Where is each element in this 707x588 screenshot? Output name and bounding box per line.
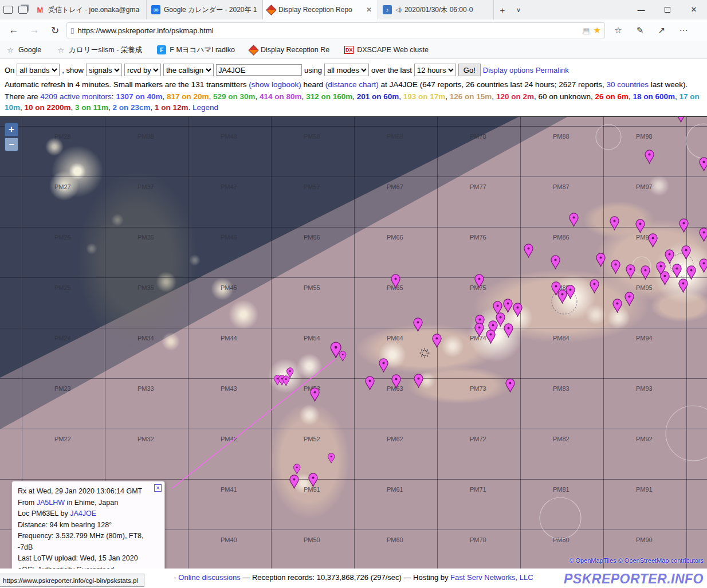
signal-marker[interactable] xyxy=(308,473,319,487)
tab-list-chevron-icon[interactable]: ∨ xyxy=(511,0,526,19)
favorites-hub-icon[interactable]: ☆ xyxy=(607,22,629,39)
favorites-bar-item[interactable]: FF MヨコハマI radiko xyxy=(157,45,235,55)
signal-marker[interactable] xyxy=(686,265,697,280)
text-link[interactable]: JA4JOE xyxy=(70,509,96,518)
monitored-station-icon[interactable] xyxy=(419,348,430,358)
period-select[interactable]: 12 hours xyxy=(414,64,456,76)
browser-tab[interactable]: Display Reception Repo✕ xyxy=(262,0,378,19)
favorites-bar-item[interactable]: DXDXSCAPE Web cluste xyxy=(344,46,429,54)
signal-marker[interactable] xyxy=(640,265,651,280)
text-link[interactable]: Fast Serv Networks, LLC xyxy=(450,573,533,582)
text-link[interactable]: (distance chart) xyxy=(325,80,379,89)
callsign-input[interactable] xyxy=(216,64,302,76)
url-text[interactable]: https://www.pskreporter.info/pskmap.html xyxy=(78,26,580,35)
signal-marker[interactable] xyxy=(327,453,335,464)
favorites-bar-item[interactable]: ☆カロリーslism - 栄養成 xyxy=(56,45,142,55)
signal-marker[interactable] xyxy=(609,216,620,230)
signal-marker[interactable] xyxy=(293,464,301,475)
display-options-link[interactable]: Display options xyxy=(483,66,533,75)
signal-marker[interactable] xyxy=(413,317,423,332)
text-link[interactable]: (show logbook) xyxy=(249,80,301,89)
signal-marker[interactable] xyxy=(474,274,485,288)
popup-close-icon[interactable]: × xyxy=(154,484,162,492)
forward-icon[interactable]: → xyxy=(25,22,44,39)
signal-marker[interactable] xyxy=(698,258,707,273)
signal-marker[interactable] xyxy=(612,299,623,313)
signal-marker[interactable] xyxy=(503,323,514,338)
signal-marker[interactable] xyxy=(431,334,442,348)
signal-marker[interactable] xyxy=(364,376,375,390)
text-link[interactable]: 4209 active monitors xyxy=(40,92,112,101)
tab-audio-icon[interactable]: ◁)) xyxy=(395,7,401,13)
favorites-bar-item[interactable]: ☆Google xyxy=(6,45,41,54)
signal-marker[interactable] xyxy=(595,253,606,267)
signal-marker[interactable] xyxy=(635,219,646,233)
tab-preview-icon[interactable] xyxy=(18,6,28,14)
band-select[interactable]: all bands xyxy=(17,64,60,76)
text-link[interactable]: © OpenStreetMap contributors xyxy=(618,557,704,564)
signal-marker[interactable] xyxy=(698,228,707,242)
signal-marker[interactable] xyxy=(557,289,568,304)
go-button[interactable]: Go! xyxy=(458,64,481,76)
signal-marker[interactable] xyxy=(474,323,485,337)
signal-marker[interactable] xyxy=(391,374,402,389)
signal-marker[interactable] xyxy=(625,264,636,279)
browser-tab[interactable]: ♪◁))2020/01/30/木 06:00-0 xyxy=(378,0,494,19)
tab-close-icon[interactable]: ✕ xyxy=(365,6,373,14)
signal-marker[interactable] xyxy=(644,150,655,164)
signal-marker[interactable] xyxy=(678,218,689,233)
signal-marker[interactable] xyxy=(610,260,621,274)
zoom-out-button[interactable]: − xyxy=(5,138,18,151)
signal-marker[interactable] xyxy=(413,374,424,388)
signal-marker[interactable] xyxy=(698,157,707,171)
signal-marker[interactable] xyxy=(523,244,534,258)
more-options-icon[interactable]: ⋯ xyxy=(673,22,694,39)
signal-marker[interactable] xyxy=(378,358,389,373)
text-link[interactable]: 30 countries xyxy=(607,80,649,89)
browser-tab[interactable]: M受信トレイ - joe.onaka@gma xyxy=(31,0,147,19)
callsign-mode-select[interactable]: the callsign xyxy=(163,64,214,76)
set-tabs-aside-icon[interactable] xyxy=(3,6,13,14)
signal-marker[interactable] xyxy=(624,292,635,306)
permalink-link[interactable]: Permalink xyxy=(536,66,569,75)
rcvd-by-select[interactable]: rcvd by xyxy=(124,64,161,76)
signal-marker[interactable] xyxy=(675,116,686,123)
signal-marker[interactable] xyxy=(485,330,496,344)
zoom-in-button[interactable]: + xyxy=(5,123,18,136)
signal-marker[interactable] xyxy=(550,255,561,269)
signal-marker[interactable] xyxy=(339,351,347,362)
text-link[interactable]: JA5LHW xyxy=(37,499,65,507)
text-link[interactable]: Legend xyxy=(193,103,218,112)
share-icon[interactable]: ↗ xyxy=(651,22,673,39)
signal-marker[interactable] xyxy=(505,378,516,393)
signal-marker[interactable] xyxy=(309,387,320,402)
reading-view-icon[interactable]: ▤ xyxy=(583,26,590,35)
signal-marker[interactable] xyxy=(589,279,600,293)
signal-marker[interactable] xyxy=(647,233,658,248)
url-field[interactable]: ▯ https://www.pskreporter.info/pskmap.ht… xyxy=(66,22,605,38)
signal-marker[interactable] xyxy=(659,271,670,285)
signal-marker[interactable] xyxy=(289,475,300,489)
mode-select[interactable]: all modes xyxy=(324,64,369,76)
signal-select[interactable]: signals xyxy=(86,64,122,76)
web-note-icon[interactable]: ✎ xyxy=(629,22,651,39)
signal-marker[interactable] xyxy=(568,213,579,227)
browser-tab[interactable]: 30Google カレンダー - 2020年 1 xyxy=(147,0,262,19)
text-link[interactable]: Online discussions xyxy=(178,573,240,582)
signal-marker[interactable] xyxy=(678,279,689,293)
refresh-icon[interactable]: ↻ xyxy=(46,22,64,39)
signal-marker[interactable] xyxy=(671,264,682,278)
signal-marker[interactable] xyxy=(282,375,290,386)
new-tab-button[interactable]: + xyxy=(494,0,511,19)
window-maximize-button[interactable] xyxy=(654,0,681,19)
text-link[interactable]: © OpenMapTiles xyxy=(569,557,616,564)
window-close-button[interactable]: × xyxy=(681,0,707,19)
favorite-star-icon[interactable]: ★ xyxy=(594,25,601,36)
favorites-bar-item[interactable]: Display Reception Re xyxy=(250,46,329,54)
back-icon[interactable]: ← xyxy=(5,22,23,39)
signal-marker[interactable] xyxy=(681,245,692,260)
reception-map[interactable]: PM28PM38PM48PM58PM68PM78PM88PM98PM27PM37… xyxy=(0,116,707,569)
window-minimize-button[interactable]: — xyxy=(628,0,654,19)
signal-marker[interactable] xyxy=(512,303,523,317)
signal-marker[interactable] xyxy=(390,274,401,288)
